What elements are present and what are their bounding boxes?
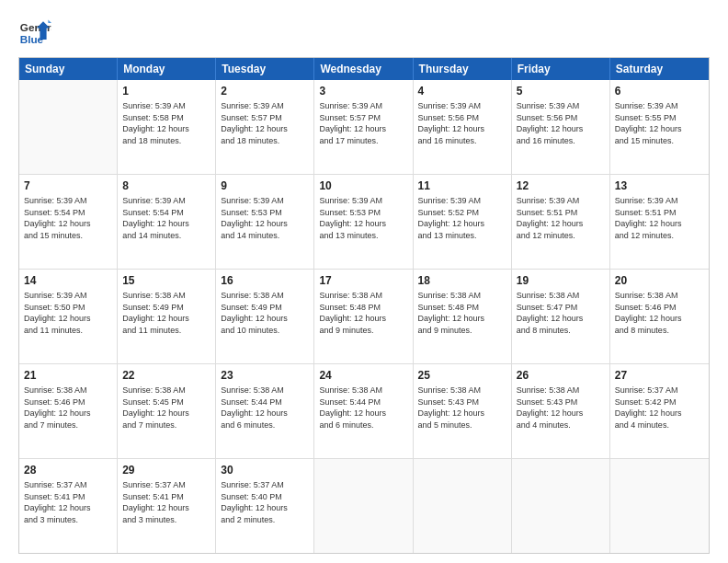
calendar-day-30: 30Sunrise: 5:37 AM Sunset: 5:40 PM Dayli…	[216, 459, 314, 553]
calendar-header: SundayMondayTuesdayWednesdayThursdayFrid…	[19, 58, 709, 80]
calendar-day-19: 19Sunrise: 5:38 AM Sunset: 5:47 PM Dayli…	[512, 270, 610, 363]
header-day-tuesday: Tuesday	[216, 58, 314, 80]
calendar-day-10: 10Sunrise: 5:39 AM Sunset: 5:53 PM Dayli…	[314, 175, 413, 269]
day-info: Sunrise: 5:38 AM Sunset: 5:45 PM Dayligh…	[122, 385, 210, 431]
header-day-saturday: Saturday	[610, 58, 709, 80]
header-day-friday: Friday	[512, 58, 610, 80]
day-number: 30	[221, 463, 309, 477]
calendar-day-9: 9Sunrise: 5:39 AM Sunset: 5:53 PM Daylig…	[216, 175, 314, 269]
day-number: 18	[418, 273, 506, 288]
day-info: Sunrise: 5:38 AM Sunset: 5:43 PM Dayligh…	[418, 385, 506, 431]
day-number: 27	[615, 368, 704, 383]
day-info: Sunrise: 5:39 AM Sunset: 5:52 PM Dayligh…	[418, 195, 506, 241]
header-day-wednesday: Wednesday	[314, 58, 413, 80]
day-info: Sunrise: 5:39 AM Sunset: 5:57 PM Dayligh…	[221, 100, 309, 146]
day-info: Sunrise: 5:37 AM Sunset: 5:41 PM Dayligh…	[24, 479, 112, 525]
day-number: 19	[517, 273, 605, 288]
logo: General Blue	[18, 15, 51, 48]
day-info: Sunrise: 5:39 AM Sunset: 5:56 PM Dayligh…	[517, 100, 605, 146]
calendar-day-1: 1Sunrise: 5:39 AM Sunset: 5:58 PM Daylig…	[118, 80, 216, 174]
day-number: 7	[24, 178, 112, 193]
calendar-day-24: 24Sunrise: 5:38 AM Sunset: 5:44 PM Dayli…	[314, 364, 413, 458]
calendar-day-4: 4Sunrise: 5:39 AM Sunset: 5:56 PM Daylig…	[414, 80, 512, 174]
day-info: Sunrise: 5:37 AM Sunset: 5:40 PM Dayligh…	[221, 479, 309, 525]
calendar-week-1: 1Sunrise: 5:39 AM Sunset: 5:58 PM Daylig…	[19, 80, 709, 174]
header: General Blue	[18, 15, 710, 48]
day-number: 20	[615, 273, 704, 288]
day-number: 11	[418, 178, 506, 193]
day-info: Sunrise: 5:38 AM Sunset: 5:44 PM Dayligh…	[319, 385, 407, 431]
calendar-day-2: 2Sunrise: 5:39 AM Sunset: 5:57 PM Daylig…	[216, 80, 314, 174]
calendar-day-7: 7Sunrise: 5:39 AM Sunset: 5:54 PM Daylig…	[19, 175, 118, 269]
day-number: 15	[122, 273, 210, 288]
day-number: 6	[615, 84, 704, 98]
day-info: Sunrise: 5:39 AM Sunset: 5:50 PM Dayligh…	[24, 290, 112, 336]
calendar-empty-cell	[610, 459, 709, 553]
calendar-empty-cell	[414, 459, 512, 553]
header-day-thursday: Thursday	[414, 58, 512, 80]
calendar-day-23: 23Sunrise: 5:38 AM Sunset: 5:44 PM Dayli…	[216, 364, 314, 458]
calendar-day-27: 27Sunrise: 5:37 AM Sunset: 5:42 PM Dayli…	[610, 364, 709, 458]
logo-icon: General Blue	[18, 15, 51, 48]
calendar-day-16: 16Sunrise: 5:38 AM Sunset: 5:49 PM Dayli…	[216, 270, 314, 363]
day-number: 14	[24, 273, 112, 288]
calendar-day-22: 22Sunrise: 5:38 AM Sunset: 5:45 PM Dayli…	[118, 364, 216, 458]
day-number: 21	[24, 368, 112, 383]
day-number: 26	[517, 368, 605, 383]
day-number: 10	[319, 178, 407, 193]
day-info: Sunrise: 5:38 AM Sunset: 5:43 PM Dayligh…	[517, 385, 605, 431]
day-number: 28	[24, 463, 112, 477]
day-info: Sunrise: 5:37 AM Sunset: 5:42 PM Dayligh…	[615, 385, 704, 431]
calendar: SundayMondayTuesdayWednesdayThursdayFrid…	[18, 57, 710, 554]
calendar-day-14: 14Sunrise: 5:39 AM Sunset: 5:50 PM Dayli…	[19, 270, 118, 363]
day-number: 5	[517, 84, 605, 98]
day-info: Sunrise: 5:39 AM Sunset: 5:53 PM Dayligh…	[221, 195, 309, 241]
day-info: Sunrise: 5:39 AM Sunset: 5:55 PM Dayligh…	[615, 100, 704, 146]
calendar-empty-cell	[314, 459, 413, 553]
calendar-day-20: 20Sunrise: 5:38 AM Sunset: 5:46 PM Dayli…	[610, 270, 709, 363]
calendar-day-8: 8Sunrise: 5:39 AM Sunset: 5:54 PM Daylig…	[118, 175, 216, 269]
day-number: 25	[418, 368, 506, 383]
day-number: 13	[615, 178, 704, 193]
day-info: Sunrise: 5:39 AM Sunset: 5:58 PM Dayligh…	[122, 100, 210, 146]
day-info: Sunrise: 5:38 AM Sunset: 5:46 PM Dayligh…	[615, 290, 704, 336]
day-info: Sunrise: 5:39 AM Sunset: 5:51 PM Dayligh…	[517, 195, 605, 241]
day-info: Sunrise: 5:38 AM Sunset: 5:48 PM Dayligh…	[418, 290, 506, 336]
day-number: 4	[418, 84, 506, 98]
calendar-day-21: 21Sunrise: 5:38 AM Sunset: 5:46 PM Dayli…	[19, 364, 118, 458]
calendar-day-29: 29Sunrise: 5:37 AM Sunset: 5:41 PM Dayli…	[118, 459, 216, 553]
day-info: Sunrise: 5:38 AM Sunset: 5:49 PM Dayligh…	[122, 290, 210, 336]
day-number: 2	[221, 84, 309, 98]
calendar-day-6: 6Sunrise: 5:39 AM Sunset: 5:55 PM Daylig…	[610, 80, 709, 174]
day-number: 9	[221, 178, 309, 193]
day-info: Sunrise: 5:38 AM Sunset: 5:48 PM Dayligh…	[319, 290, 407, 336]
calendar-empty-cell	[512, 459, 610, 553]
calendar-day-11: 11Sunrise: 5:39 AM Sunset: 5:52 PM Dayli…	[414, 175, 512, 269]
calendar-empty-cell	[19, 80, 118, 174]
calendar-day-5: 5Sunrise: 5:39 AM Sunset: 5:56 PM Daylig…	[512, 80, 610, 174]
day-number: 22	[122, 368, 210, 383]
calendar-week-2: 7Sunrise: 5:39 AM Sunset: 5:54 PM Daylig…	[19, 174, 709, 269]
day-info: Sunrise: 5:39 AM Sunset: 5:54 PM Dayligh…	[122, 195, 210, 241]
calendar-day-25: 25Sunrise: 5:38 AM Sunset: 5:43 PM Dayli…	[414, 364, 512, 458]
day-info: Sunrise: 5:38 AM Sunset: 5:49 PM Dayligh…	[221, 290, 309, 336]
day-info: Sunrise: 5:39 AM Sunset: 5:51 PM Dayligh…	[615, 195, 704, 241]
day-info: Sunrise: 5:38 AM Sunset: 5:47 PM Dayligh…	[517, 290, 605, 336]
calendar-day-3: 3Sunrise: 5:39 AM Sunset: 5:57 PM Daylig…	[314, 80, 413, 174]
day-info: Sunrise: 5:39 AM Sunset: 5:53 PM Dayligh…	[319, 195, 407, 241]
calendar-day-17: 17Sunrise: 5:38 AM Sunset: 5:48 PM Dayli…	[314, 270, 413, 363]
day-number: 17	[319, 273, 407, 288]
day-info: Sunrise: 5:38 AM Sunset: 5:46 PM Dayligh…	[24, 385, 112, 431]
calendar-day-26: 26Sunrise: 5:38 AM Sunset: 5:43 PM Dayli…	[512, 364, 610, 458]
header-day-monday: Monday	[118, 58, 216, 80]
day-info: Sunrise: 5:39 AM Sunset: 5:54 PM Dayligh…	[24, 195, 112, 241]
calendar-day-15: 15Sunrise: 5:38 AM Sunset: 5:49 PM Dayli…	[118, 270, 216, 363]
day-info: Sunrise: 5:38 AM Sunset: 5:44 PM Dayligh…	[221, 385, 309, 431]
calendar-day-28: 28Sunrise: 5:37 AM Sunset: 5:41 PM Dayli…	[19, 459, 118, 553]
day-number: 23	[221, 368, 309, 383]
day-number: 8	[122, 178, 210, 193]
day-number: 29	[122, 463, 210, 477]
calendar-day-12: 12Sunrise: 5:39 AM Sunset: 5:51 PM Dayli…	[512, 175, 610, 269]
calendar-body: 1Sunrise: 5:39 AM Sunset: 5:58 PM Daylig…	[19, 80, 709, 553]
day-info: Sunrise: 5:39 AM Sunset: 5:56 PM Dayligh…	[418, 100, 506, 146]
